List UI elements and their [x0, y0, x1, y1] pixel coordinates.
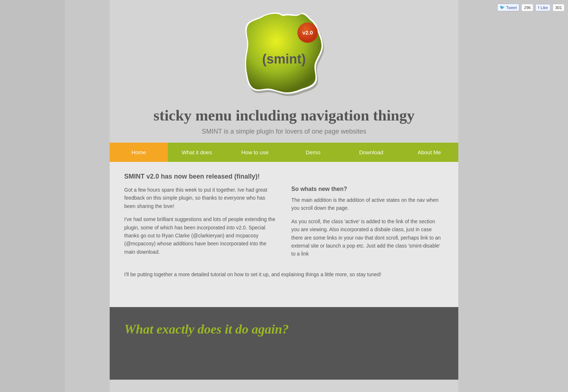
content-heading: SMINT v2.0 has now been released (finall… — [124, 173, 444, 180]
content-left: Got a few hours spare this week to put i… — [124, 186, 277, 263]
svg-text:v2.0: v2.0 — [302, 29, 313, 36]
section-two: What exactly does it do again? — [110, 307, 458, 380]
content-right: So whats new then? The main addition is … — [291, 186, 444, 263]
nav-bar: Home What it does How to use Demo Downlo… — [110, 143, 458, 162]
nav-item-how[interactable]: How to use — [226, 143, 284, 162]
logo-container: (smint) v2.0 — [117, 11, 451, 99]
right-subheading: So whats new then? — [291, 186, 444, 192]
main-wrapper: (smint) v2.0 sticky menu including navig… — [110, 0, 458, 392]
right-paragraph-1: The main addition is the addition of act… — [291, 196, 444, 212]
site-title: sticky menu including navigation thingy — [117, 107, 451, 124]
facebook-label: Like — [540, 5, 548, 10]
site-subtitle: SMINT is a simple plugin for lovers of o… — [117, 128, 451, 135]
facebook-icon: f — [538, 5, 539, 10]
twitter-button[interactable]: 🐦 Tweet — [497, 4, 519, 11]
header: (smint) v2.0 sticky menu including navig… — [110, 0, 458, 143]
left-paragraph-2: I've had some brilliant suggestions and … — [124, 215, 277, 256]
left-sidebar-strip — [0, 0, 65, 392]
twitter-label: Tweet — [506, 5, 517, 10]
social-bar: 🐦 Tweet 296 f Like 301 — [497, 4, 564, 11]
footer-text: I'll be putting together a more detailed… — [124, 270, 444, 278]
content-grid: Got a few hours spare this week to put i… — [124, 186, 444, 263]
facebook-button[interactable]: f Like — [535, 4, 550, 11]
nav-item-about[interactable]: About Me — [400, 143, 458, 162]
smint-logo: (smint) v2.0 — [244, 11, 324, 98]
left-paragraph-1: Got a few hours spare this week to put i… — [124, 186, 277, 210]
nav-item-what[interactable]: What it does — [168, 143, 226, 162]
section-two-heading: What exactly does it do again? — [124, 322, 444, 337]
twitter-count: 296 — [522, 4, 533, 11]
content-area: SMINT v2.0 has now been released (finall… — [110, 162, 458, 307]
facebook-count: 301 — [553, 4, 564, 11]
twitter-icon: 🐦 — [500, 5, 505, 10]
nav-item-demo[interactable]: Demo — [284, 143, 342, 162]
nav-item-home[interactable]: Home — [110, 143, 168, 162]
svg-text:(smint): (smint) — [262, 52, 306, 66]
nav-item-download[interactable]: Download — [342, 143, 400, 162]
right-paragraph-2: As you scroll, the class 'active' is add… — [291, 217, 444, 258]
